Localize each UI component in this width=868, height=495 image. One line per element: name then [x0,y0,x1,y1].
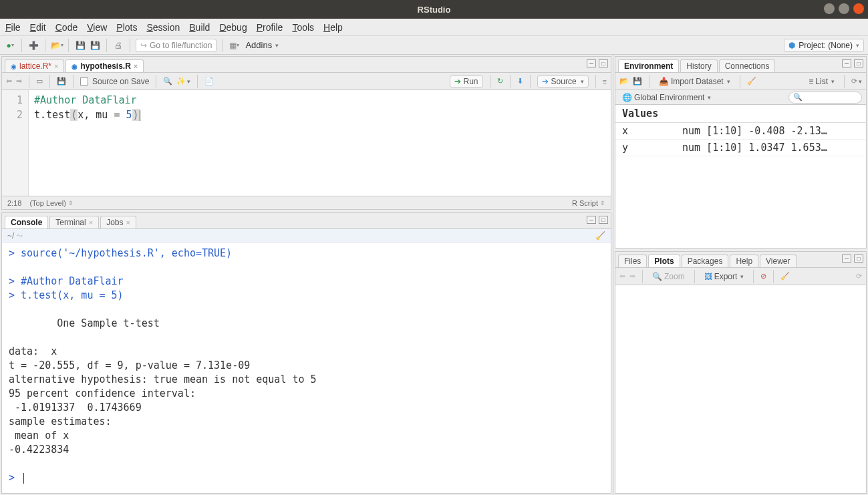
source-on-save-checkbox[interactable] [80,77,88,86]
clear-plots-icon[interactable]: 🧹 [780,272,790,281]
pane-maximize-icon[interactable]: □ [599,216,608,224]
show-in-new-icon[interactable]: ▭ [36,77,43,86]
menu-debug[interactable]: Debug [219,22,247,33]
menu-build[interactable]: Build [189,22,210,33]
tab-help[interactable]: Help [730,255,758,267]
save-workspace-icon[interactable]: 💾 [633,77,642,86]
pane-maximize-icon[interactable]: □ [854,59,863,67]
compile-icon[interactable]: 📄 [204,77,214,86]
next-plot-icon[interactable]: ➡ [629,272,635,281]
tab-hypothesis[interactable]: ◉ hypothesis.R × [65,59,144,72]
menu-plots[interactable]: Plots [116,22,137,33]
forward-icon[interactable]: ➡ [16,77,22,86]
pane-minimize-icon[interactable]: ─ [842,255,851,263]
go-to-icon[interactable]: ⬇ [517,77,523,86]
grid-icon[interactable]: ▦▾ [228,39,240,51]
env-search-input[interactable]: 🔍 [788,92,862,104]
prev-plot-icon[interactable]: ⬅ [619,272,625,281]
separator [222,39,223,52]
pane-maximize-icon[interactable]: □ [599,59,608,67]
run-button[interactable]: ➔ Run [450,75,483,88]
load-workspace-icon[interactable]: 📂 [619,77,629,86]
language-label[interactable]: R Script [572,199,598,207]
source-button[interactable]: ➔ Source [537,75,589,88]
console-pane: Console Terminal × Jobs × ─ □ ~/ ⤳ 🧹 > s… [1,212,611,494]
project-selector[interactable]: ⬢ Project: (None) ▾ [784,39,864,52]
import-dataset-dropdown[interactable]: 📥 Import Dataset [656,76,733,87]
pane-minimize-icon[interactable]: ─ [842,59,851,67]
tab-terminal[interactable]: Terminal × [49,216,99,228]
save-icon[interactable]: 💾 [57,77,66,86]
maximize-icon[interactable] [839,3,849,14]
tab-viewer[interactable]: Viewer [760,255,796,267]
menu-code[interactable]: Code [55,22,78,33]
menu-profile[interactable]: Profile [257,22,283,33]
export-dropdown[interactable]: 🖼 Export [702,271,747,282]
console-tabs: Console Terminal × Jobs × ─ □ [2,213,611,229]
menu-file[interactable]: File [5,22,21,33]
save-all-icon[interactable]: 💾 [89,39,101,51]
menu-view[interactable]: View [87,22,107,33]
separator [45,39,45,52]
tab-files[interactable]: Files [618,255,647,267]
tab-jobs[interactable]: Jobs × [100,216,136,228]
close-icon[interactable] [853,3,864,14]
find-icon[interactable]: 🔍 [163,77,172,86]
code-area[interactable]: #Author DataFlair t.test(x, mu = 5) [29,90,146,196]
outline-icon[interactable]: ≡ [603,77,607,86]
tab-environment[interactable]: Environment [618,59,679,72]
goto-dir-icon[interactable]: ⤳ [16,231,23,240]
new-project-icon[interactable]: ➕ [27,39,39,51]
code-editor[interactable]: 1 2 #Author DataFlair t.test(x, mu = 5) [2,90,611,196]
env-var-row[interactable]: y num [1:10] 1.0347 1.653… [615,140,866,156]
remove-plot-icon[interactable]: ⊘ [760,272,766,281]
console-output[interactable]: > source('~/hypothesis.R', echo=TRUE) > … [2,242,611,493]
zoom-button[interactable]: 🔍 Zoom [649,271,688,282]
back-icon[interactable]: ⬅ [6,77,12,86]
print-icon[interactable]: 🖨 [112,39,124,51]
source-on-save-label: Source on Save [92,77,149,86]
list-icon: ≡ [809,77,813,86]
open-file-icon[interactable]: 📂▾ [51,39,63,51]
clear-env-icon[interactable]: 🧹 [747,77,756,86]
list-view-dropdown[interactable]: ≡ List [806,76,837,87]
rerun-icon[interactable]: ↻ [497,77,503,86]
close-tab-icon[interactable]: × [134,62,138,70]
tab-connections[interactable]: Connections [719,59,776,72]
addins-dropdown[interactable]: Addins [243,39,281,51]
close-tab-icon[interactable]: × [126,218,130,226]
close-tab-icon[interactable]: × [89,218,93,226]
pane-maximize-icon[interactable]: □ [854,255,863,263]
env-scope-bar: 🌐 Global Environment 🔍 [615,90,866,105]
close-tab-icon[interactable]: × [54,62,58,70]
new-file-icon[interactable]: ●▾ [4,39,16,51]
source-status-bar: 2:18 (Top Level) ⇕ R Script ⇕ [2,196,611,209]
menu-edit[interactable]: Edit [30,22,46,33]
search-icon: 🔍 [793,93,803,102]
menu-tools[interactable]: Tools [292,22,314,33]
wand-icon[interactable]: ✨ [176,77,190,86]
menu-help[interactable]: Help [323,22,343,33]
tab-lattice[interactable]: ◉ lattice.R* × [5,59,64,72]
goto-field[interactable]: ↪ Go to file/function [136,39,216,52]
pane-minimize-icon[interactable]: ─ [587,59,596,67]
save-icon[interactable]: 💾 [74,39,86,51]
left-column: ◉ lattice.R* × ◉ hypothesis.R × ─ □ ⬅ ➡ [0,55,613,495]
pane-minimize-icon[interactable]: ─ [587,216,596,224]
menu-session[interactable]: Session [146,22,180,33]
clear-console-icon[interactable]: 🧹 [595,231,605,240]
refresh-plots-icon[interactable]: ⟳ [856,272,862,281]
minimize-icon[interactable] [824,3,835,14]
separator [21,39,22,52]
env-var-row[interactable]: x num [1:10] -0.408 -2.13… [615,123,866,140]
scope-label[interactable]: (Top Level) [29,199,65,207]
tab-packages[interactable]: Packages [682,255,729,267]
working-dir: ~/ [7,231,14,240]
env-scope-dropdown[interactable]: 🌐 Global Environment [619,92,714,103]
title-bar: RStudio [0,0,868,19]
tab-plots[interactable]: Plots [648,255,680,267]
separator [130,39,130,52]
refresh-icon[interactable]: ⟳ [851,77,862,86]
tab-console[interactable]: Console [5,216,48,228]
tab-history[interactable]: History [680,59,717,72]
